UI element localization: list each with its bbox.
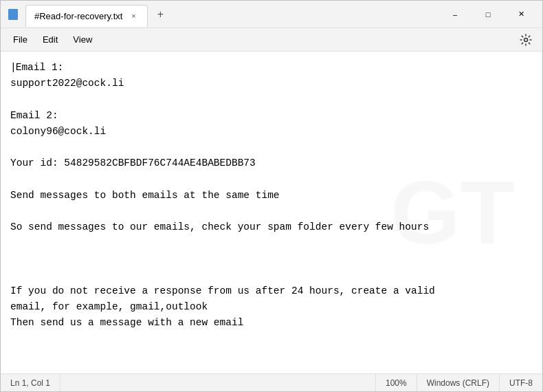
- status-bar: Ln 1, Col 1 100% Windows (CRLF) UTF-8: [1, 373, 542, 391]
- window-controls: – □ ✕: [439, 3, 537, 25]
- close-button[interactable]: ✕: [505, 3, 537, 25]
- menu-items: File Edit View: [6, 32, 99, 47]
- file-tab[interactable]: #Read-for-recovery.txt ×: [25, 5, 148, 27]
- svg-rect-2: [10, 13, 16, 14]
- menu-edit[interactable]: Edit: [36, 32, 65, 47]
- status-position[interactable]: Ln 1, Col 1: [1, 374, 60, 391]
- menu-view[interactable]: View: [66, 32, 99, 47]
- app-icon: [6, 8, 20, 21]
- tab-close-button[interactable]: ×: [128, 10, 139, 21]
- maximize-button[interactable]: □: [472, 3, 504, 25]
- status-encoding[interactable]: UTF-8: [500, 374, 542, 391]
- tab-area: #Read-for-recovery.txt × +: [25, 2, 439, 27]
- window: #Read-for-recovery.txt × + – □ ✕ File Ed…: [0, 0, 543, 392]
- status-spacer: [60, 374, 376, 391]
- svg-rect-3: [10, 15, 14, 17]
- editor-content: Email 1: support2022@cock.li Email 2: co…: [10, 60, 533, 331]
- title-bar: #Read-for-recovery.txt × + – □ ✕: [1, 1, 542, 28]
- settings-button[interactable]: [515, 29, 537, 51]
- status-line-ending[interactable]: Windows (CRLF): [417, 374, 500, 391]
- svg-rect-0: [8, 9, 18, 20]
- status-zoom[interactable]: 100%: [376, 374, 417, 391]
- new-tab-button[interactable]: +: [151, 5, 170, 24]
- editor-area[interactable]: GT Email 1: support2022@cock.li Email 2:…: [1, 52, 542, 373]
- tab-label: #Read-for-recovery.txt: [34, 11, 122, 21]
- menu-bar: File Edit View: [1, 28, 542, 52]
- svg-rect-1: [10, 11, 16, 12]
- minimize-button[interactable]: –: [439, 3, 471, 25]
- svg-point-4: [524, 38, 528, 41]
- menu-file[interactable]: File: [6, 32, 34, 47]
